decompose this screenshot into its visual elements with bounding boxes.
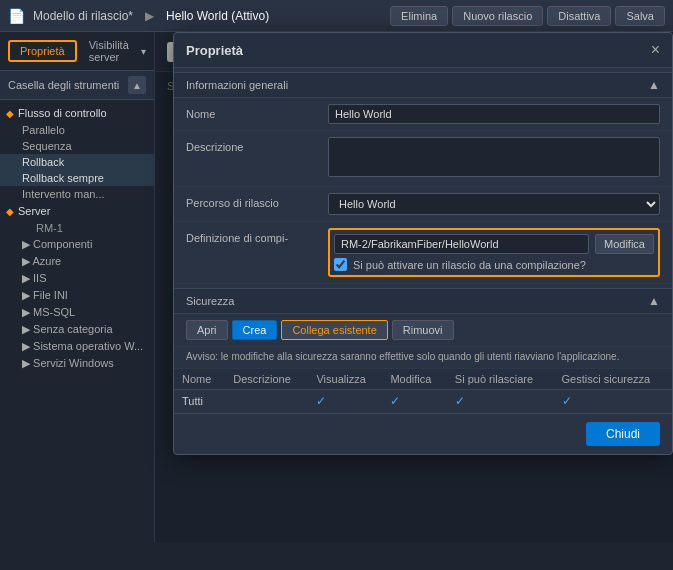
tree-item-parallelo[interactable]: Parallelo	[0, 122, 154, 138]
tree-group-icon: ◆	[6, 108, 14, 119]
main-layout: Proprietà Visibilità server ▾ Casella de…	[0, 32, 673, 542]
nome-label: Nome	[186, 104, 316, 120]
chiudi-button[interactable]: Chiudi	[586, 422, 660, 446]
sidebar-scroll-up[interactable]: ▲	[128, 76, 146, 94]
build-checkbox[interactable]	[334, 258, 347, 271]
tree-group-label: Flusso di controllo	[18, 107, 107, 119]
section-general-scroll[interactable]: ▲	[648, 78, 660, 92]
tree-group-control-flow[interactable]: ◆ Flusso di controllo	[0, 104, 154, 122]
table-row: Tutti ✓ ✓ ✓ ✓	[174, 390, 672, 413]
tree-item-fileini[interactable]: ▶ File INI	[0, 287, 154, 304]
sidebar-tree: ◆ Flusso di controllo Parallelo Sequenza…	[0, 100, 154, 542]
form-row-nome: Nome	[174, 98, 672, 131]
elimina-button[interactable]: Elimina	[390, 6, 448, 26]
tree-item-sistema-op[interactable]: ▶ Sistema operativo W...	[0, 338, 154, 355]
form-row-percorso: Percorso di rilascio Hello World	[174, 187, 672, 222]
percorso-value-container: Hello World	[328, 193, 660, 215]
td-modifica: ✓	[382, 390, 446, 413]
build-definition-container: Modifica Si può attivare un rilascio da …	[328, 228, 660, 277]
modal-overlay: Proprietà × Informazioni generali ▲ Nome	[155, 32, 673, 542]
th-puo-rilasciare: Si può rilasciare	[447, 369, 554, 390]
td-gestisci: ✓	[554, 390, 672, 413]
tree-group-server-label: Server	[18, 205, 50, 217]
active-release-title: Hello World (Attivo)	[166, 9, 269, 23]
build-def-input-row: Modifica	[334, 234, 654, 254]
modal-title: Proprietà	[186, 43, 243, 58]
tree-item-rm1[interactable]: RM-1	[0, 220, 154, 236]
crea-button[interactable]: Crea	[232, 320, 278, 340]
document-icon: 📄	[8, 8, 25, 24]
definizione-value-container: Modifica Si può attivare un rilascio da …	[328, 228, 660, 277]
modifica-button[interactable]: Modifica	[595, 234, 654, 254]
tree-item-senza-categoria[interactable]: ▶ Senza categoria	[0, 321, 154, 338]
tree-item-intervento[interactable]: Intervento man...	[0, 186, 154, 202]
tab-properties[interactable]: Proprietà	[8, 40, 77, 62]
sidebar: Proprietà Visibilità server ▾ Casella de…	[0, 32, 155, 542]
nome-value-container	[328, 104, 660, 124]
th-descrizione: Descrizione	[225, 369, 308, 390]
descrizione-label: Descrizione	[186, 137, 316, 153]
descrizione-input[interactable]	[328, 137, 660, 177]
td-visualizza: ✓	[308, 390, 382, 413]
section-security-label: Sicurezza	[186, 295, 234, 307]
tree-group-server-icon: ◆	[6, 206, 14, 217]
tree-item-rollback-sempre[interactable]: Rollback sempre	[0, 170, 154, 186]
content-area: Test → Preproduzione → Produzione Sequen…	[155, 32, 673, 542]
modal-header: Proprietà ×	[174, 33, 672, 68]
nome-input[interactable]	[328, 104, 660, 124]
td-puo-rilasciare: ✓	[447, 390, 554, 413]
security-warning: Avviso: le modifiche alla sicurezza sara…	[174, 347, 672, 369]
model-title: Modello di rilascio*	[33, 9, 133, 23]
tree-item-iis[interactable]: ▶ IIS	[0, 270, 154, 287]
percorso-label: Percorso di rilascio	[186, 193, 316, 209]
nuovo-rilascio-button[interactable]: Nuovo rilascio	[452, 6, 543, 26]
modal-body: Informazioni generali ▲ Nome Descrizione	[174, 68, 672, 413]
rimuovi-button[interactable]: Rimuovi	[392, 320, 454, 340]
th-nome: Nome	[174, 369, 225, 390]
checkbox-label: Si può attivare un rilascio da una compi…	[353, 259, 586, 271]
tree-group-server[interactable]: ◆ Server	[0, 202, 154, 220]
properties-modal: Proprietà × Informazioni generali ▲ Nome	[173, 32, 673, 455]
form-row-descrizione: Descrizione	[174, 131, 672, 187]
top-bar-buttons: Elimina Nuovo rilascio Disattiva Salva	[390, 6, 665, 26]
tree-item-mssql[interactable]: ▶ MS-SQL	[0, 304, 154, 321]
section-security-header: Sicurezza ▲	[174, 288, 672, 314]
top-bar: 📄 Modello di rilascio* ▶ Hello World (At…	[0, 0, 673, 32]
security-table: Nome Descrizione Visualizza Modifica Si …	[174, 369, 672, 413]
tab-visibility[interactable]: Visibilità server	[81, 36, 137, 66]
descrizione-value-container	[328, 137, 660, 180]
apri-button[interactable]: Apri	[186, 320, 228, 340]
td-nome: Tutti	[174, 390, 225, 413]
th-gestisci: Gestisci sicurezza	[554, 369, 672, 390]
build-def-input[interactable]	[334, 234, 589, 254]
section-general-header: Informazioni generali ▲	[174, 72, 672, 98]
th-visualizza: Visualizza	[308, 369, 382, 390]
tree-item-componenti[interactable]: ▶ Componenti	[0, 236, 154, 253]
section-general-label: Informazioni generali	[186, 79, 288, 91]
modal-footer: Chiudi	[174, 413, 672, 454]
td-descrizione	[225, 390, 308, 413]
sidebar-tabs-row: Proprietà Visibilità server ▾	[0, 32, 154, 71]
tree-item-rollback[interactable]: Rollback	[0, 154, 154, 170]
toolbox-label: Casella degli strumenti	[8, 79, 119, 91]
form-row-definizione: Definizione di compi- Modifica Si può at…	[174, 222, 672, 284]
checkbox-row: Si può attivare un rilascio da una compi…	[334, 258, 654, 271]
tree-item-azure[interactable]: ▶ Azure	[0, 253, 154, 270]
sidebar-header: Casella degli strumenti ▲	[0, 71, 154, 100]
modal-close-button[interactable]: ×	[651, 41, 660, 59]
breadcrumb-arrow: ▶	[145, 9, 154, 23]
tree-item-servizi-windows[interactable]: ▶ Servizi Windows	[0, 355, 154, 372]
tree-item-sequenza[interactable]: Sequenza	[0, 138, 154, 154]
percorso-select[interactable]: Hello World	[328, 193, 660, 215]
tab-dropdown-icon[interactable]: ▾	[141, 46, 146, 57]
security-actions: Apri Crea Collega esistente Rimuovi	[174, 314, 672, 347]
disattiva-button[interactable]: Disattiva	[547, 6, 611, 26]
definizione-label: Definizione di compi-	[186, 228, 316, 244]
salva-button[interactable]: Salva	[615, 6, 665, 26]
collega-button[interactable]: Collega esistente	[281, 320, 387, 340]
section-security-scroll[interactable]: ▲	[648, 294, 660, 308]
th-modifica: Modifica	[382, 369, 446, 390]
